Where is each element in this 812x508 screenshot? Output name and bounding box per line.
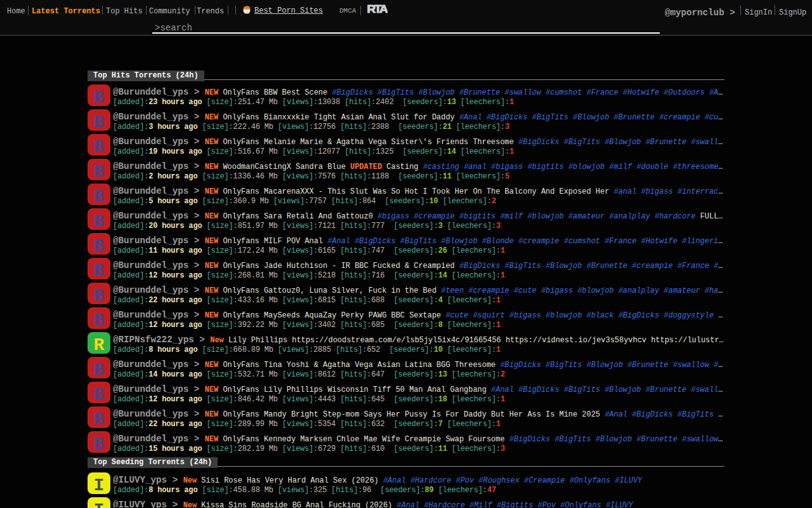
svg-text:RTA: RTA <box>367 4 388 14</box>
